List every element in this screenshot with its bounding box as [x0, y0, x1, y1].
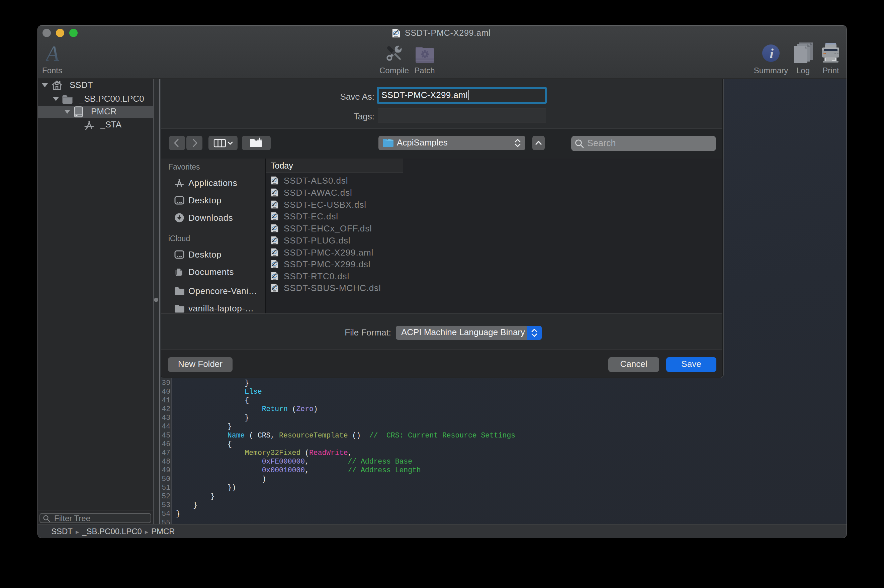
svg-text:i: i	[770, 46, 774, 61]
